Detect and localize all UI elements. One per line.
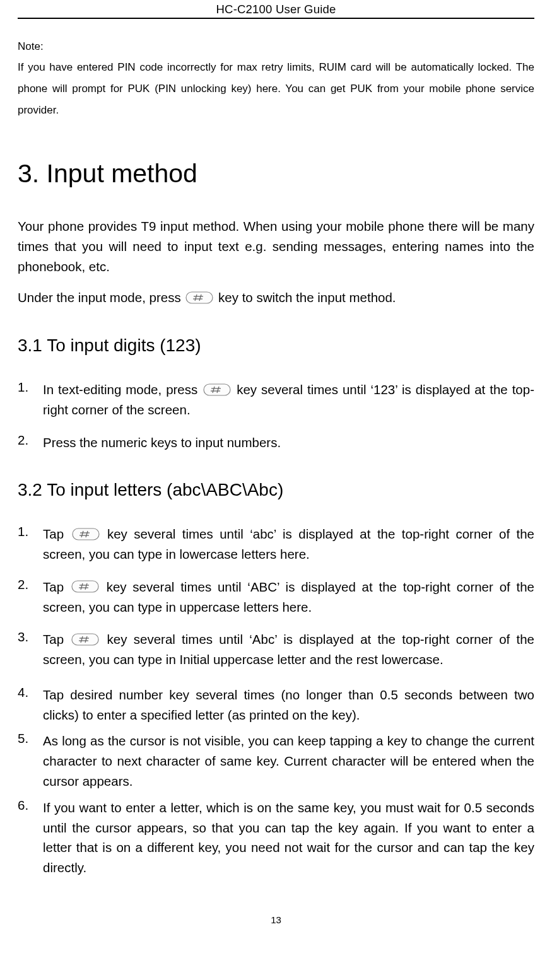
section-3-2-list: 1. Tap key several times until ‘abc’ is …: [18, 524, 534, 877]
list-item: 1. In text-editing mode, press key sever…: [18, 380, 534, 420]
section-3-2-heading: 3.2 To input letters (abc\ABC\Abc): [18, 480, 534, 500]
list-body: Tap key several times until ‘Abc’ is dis…: [43, 629, 534, 670]
list-number: 4.: [18, 685, 43, 725]
text-before: In text-editing mode, press: [43, 382, 202, 397]
text-after: key several times until ‘abc’ is display…: [43, 527, 534, 561]
list-number: 2.: [18, 577, 43, 617]
section-3-heading: 3. Input method: [18, 159, 534, 189]
under-mode-line: Under the input mode, press key to switc…: [18, 288, 534, 308]
text-before: Tap: [43, 580, 70, 594]
text-before: Tap: [43, 632, 70, 646]
list-item: 2. Tap key several times until ‘ABC’ is …: [18, 577, 534, 617]
list-body: As long as the cursor is not visible, yo…: [43, 731, 534, 791]
list-body: If you want to enter a letter, which is …: [43, 798, 534, 878]
list-item: 6. If you want to enter a letter, which …: [18, 798, 534, 878]
text-after: key several times until ‘Abc’ is display…: [43, 632, 534, 667]
hash-key-icon: [185, 290, 213, 305]
list-body: Tap desired number key several times (no…: [43, 685, 534, 725]
list-body: Tap key several times until ‘ABC’ is dis…: [43, 577, 534, 617]
hash-key-icon: [203, 382, 231, 397]
list-number: 2.: [18, 433, 43, 453]
list-number: 5.: [18, 731, 43, 791]
section-3-1-list: 1. In text-editing mode, press key sever…: [18, 380, 534, 452]
list-number: 1.: [18, 524, 43, 564]
note-label: Note:: [18, 40, 534, 53]
section-3-intro: Your phone provides T9 input method. Whe…: [18, 216, 534, 276]
list-item: 3. Tap key several times until ‘Abc’ is …: [18, 629, 534, 670]
hash-key-icon: [71, 579, 99, 594]
list-item: 5. As long as the cursor is not visible,…: [18, 731, 534, 791]
list-number: 1.: [18, 380, 43, 420]
list-body: Tap key several times until ‘abc’ is dis…: [43, 524, 534, 564]
document-header-title: HC-C2100 User Guide: [18, 0, 534, 19]
section-3-1-heading: 3.1 To input digits (123): [18, 335, 534, 356]
list-number: 6.: [18, 798, 43, 878]
under-mode-after: key to switch the input method.: [214, 290, 396, 305]
list-item: 2. Press the numeric keys to input numbe…: [18, 433, 534, 453]
list-item: 4. Tap desired number key several times …: [18, 685, 534, 725]
page: HC-C2100 User Guide Note: If you have en…: [0, 0, 552, 934]
list-item: 1. Tap key several times until ‘abc’ is …: [18, 524, 534, 564]
list-body: Press the numeric keys to input numbers.: [43, 433, 534, 453]
note-body: If you have entered PIN code incorrectly…: [18, 57, 534, 121]
under-mode-before: Under the input mode, press: [18, 290, 184, 305]
hash-key-icon: [71, 632, 99, 647]
hash-key-icon: [72, 527, 100, 542]
text-after: key several times until ‘ABC’ is display…: [43, 580, 534, 614]
list-body: In text-editing mode, press key several …: [43, 380, 534, 420]
text-before: Tap: [43, 527, 71, 541]
page-number: 13: [18, 884, 534, 934]
list-number: 3.: [18, 629, 43, 670]
